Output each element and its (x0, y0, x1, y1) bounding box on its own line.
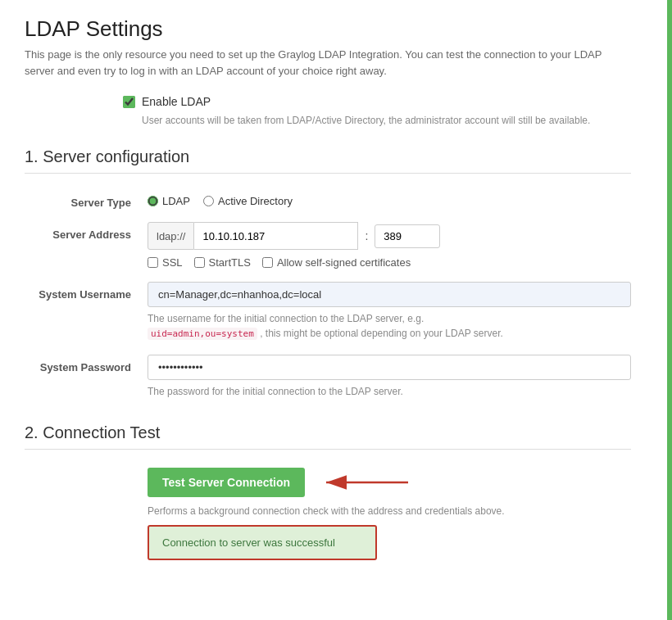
server-address-label: Server Address (25, 222, 148, 241)
enable-ldap-label[interactable]: Enable LDAP (123, 95, 631, 108)
page-title: LDAP Settings (25, 16, 631, 42)
test-hint: Performs a background connection check w… (148, 505, 631, 517)
system-username-input[interactable] (148, 282, 631, 307)
system-password-controls: The password for the initial connection … (148, 355, 631, 399)
hint-example: uid=admin,ou=system (148, 328, 257, 340)
ssl-label: SSL (162, 256, 183, 269)
green-status-bar (667, 0, 672, 620)
connection-test-section: 2. Connection Test Test Server Connectio… (25, 423, 631, 560)
test-connection-button[interactable]: Test Server Connection (148, 468, 305, 497)
system-password-input[interactable] (148, 355, 631, 380)
starttls-checkbox-label[interactable]: StartTLS (194, 256, 251, 269)
radio-ldap[interactable]: LDAP (148, 195, 190, 207)
self-signed-label: Allow self-signed certificates (277, 256, 411, 269)
enable-ldap-text: Enable LDAP (142, 95, 211, 108)
starttls-label: StartTLS (209, 256, 251, 269)
server-type-radio-group: LDAP Active Directory (148, 190, 631, 207)
server-type-controls: LDAP Active Directory (148, 190, 631, 207)
system-password-row: System Password The password for the ini… (25, 355, 631, 399)
server-address-row: Server Address ldap:// : SSL (25, 222, 631, 269)
system-username-hint: The username for the initial connection … (148, 311, 631, 342)
success-message-text: Connection to server was successful (162, 536, 335, 549)
page-description: This page is the only resource you need … (25, 47, 631, 79)
server-config-title: 1. Server configuration (25, 147, 631, 174)
server-address-controls: ldap:// : SSL StartTLS (148, 222, 631, 269)
self-signed-checkbox-label[interactable]: Allow self-signed certificates (262, 256, 411, 269)
success-message-box: Connection to server was successful (148, 525, 377, 560)
port-separator: : (361, 229, 371, 242)
enable-ldap-checkbox[interactable] (123, 96, 135, 108)
ssl-options-row: SSL StartTLS Allow self-signed certifica… (148, 256, 631, 269)
test-button-area: Test Server Connection (148, 466, 631, 499)
server-address-input[interactable] (194, 222, 358, 250)
ssl-checkbox-label[interactable]: SSL (148, 256, 183, 269)
server-config-section: 1. Server configuration Server Type LDAP… (25, 147, 631, 399)
ssl-checkbox[interactable] (148, 257, 158, 268)
radio-active-directory[interactable]: Active Directory (203, 195, 293, 207)
hint-text-after: , this might be optional depending on yo… (260, 328, 503, 339)
enable-ldap-note: User accounts will be taken from LDAP/Ac… (142, 113, 631, 128)
system-username-controls: The username for the initial connection … (148, 282, 631, 342)
hint-text-before: The username for the initial connection … (148, 313, 424, 324)
protocol-prefix: ldap:// (148, 222, 194, 250)
server-address-input-row: ldap:// : (148, 222, 631, 250)
radio-ldap-input[interactable] (148, 196, 158, 206)
server-type-row: Server Type LDAP Active Directory (25, 190, 631, 209)
connection-test-title: 2. Connection Test (25, 423, 631, 450)
arrow-icon (318, 466, 416, 499)
system-password-hint: The password for the initial connection … (148, 384, 631, 399)
self-signed-checkbox[interactable] (262, 257, 273, 268)
radio-ad-input[interactable] (203, 196, 214, 206)
radio-ad-label: Active Directory (218, 195, 293, 207)
port-input[interactable] (375, 224, 440, 248)
system-password-label: System Password (25, 355, 148, 373)
radio-ldap-label: LDAP (162, 195, 190, 207)
address-input-group: ldap:// (148, 222, 358, 250)
enable-ldap-section: Enable LDAP User accounts will be taken … (123, 95, 631, 128)
server-type-label: Server Type (25, 190, 148, 209)
starttls-checkbox[interactable] (194, 257, 205, 268)
system-username-label: System Username (25, 282, 148, 301)
system-username-row: System Username The username for the ini… (25, 282, 631, 342)
